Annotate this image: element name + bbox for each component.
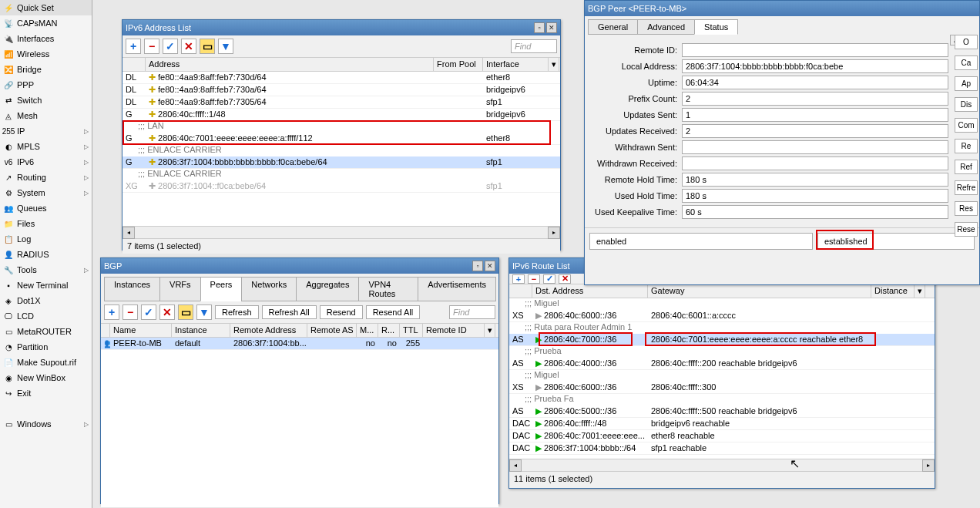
col-dropdown[interactable]: ▾ <box>549 58 559 71</box>
disable-button[interactable]: ✕ <box>159 304 175 320</box>
side-button-1[interactable]: Ca <box>955 56 978 70</box>
add-button[interactable]: + <box>104 304 119 320</box>
sidebar-item-quick-set[interactable]: ⚡Quick Set <box>0 0 92 15</box>
table-row[interactable]: XS▶ 2806:40c:6000::/362806:40c:ffff::300 <box>509 382 935 394</box>
uptime-field[interactable]: 06:04:34 <box>682 76 948 89</box>
search-input[interactable]: Find <box>449 305 495 319</box>
add-button[interactable]: + <box>126 39 141 54</box>
sidebar-item-capsman[interactable]: 📡CAPsMAN <box>0 15 92 31</box>
col-from-pool[interactable]: From Pool <box>434 58 483 71</box>
side-button-0[interactable]: O <box>955 35 978 49</box>
side-button-8[interactable]: Res <box>955 201 978 216</box>
col-m[interactable]: M... <box>357 324 378 337</box>
prefix-count-field[interactable]: 2 <box>682 92 948 106</box>
table-row[interactable]: XG✚ 2806:3f7:1004::f0ca:bebe/64sfp1 <box>123 180 560 193</box>
tab-vrfs[interactable]: VRFs <box>159 277 201 301</box>
sidebar-item-tools[interactable]: 🔧Tools▷ <box>0 262 92 278</box>
remove-button[interactable]: − <box>528 274 540 284</box>
scroll-right-icon[interactable]: ▸ <box>548 227 560 239</box>
comment-row[interactable]: ;;; ENLACE CARRIER <box>123 145 560 156</box>
col-remote-address[interactable]: Remote Address <box>230 324 307 337</box>
enable-button[interactable]: ✓ <box>141 304 156 320</box>
sidebar-item-switch[interactable]: ⇄Switch <box>0 93 92 108</box>
sidebar-item-lcd[interactable]: 🖵LCD <box>0 308 92 324</box>
sidebar-item-dot1x[interactable]: ◈Dot1X <box>0 293 92 308</box>
title-bar[interactable]: BGP ▫ ✕ <box>101 258 498 274</box>
remote-hold-time-field[interactable]: 180 s <box>682 173 948 187</box>
side-button-9[interactable]: Rese <box>955 222 978 237</box>
sidebar-item-mesh[interactable]: ◬Mesh <box>0 108 92 123</box>
sidebar-item-interfaces[interactable]: 🔌Interfaces <box>0 31 92 46</box>
sidebar-item-wireless[interactable]: 📶Wireless <box>0 46 92 62</box>
withdrawn-sent-field[interactable] <box>682 140 948 154</box>
horizontal-scrollbar[interactable]: ◂ ▸ <box>509 459 935 471</box>
table-row[interactable]: AS▶ 2806:40c:7000::/362806:40c:7001:eeee… <box>509 334 935 346</box>
comment-row[interactable]: ;;; Miguel <box>509 298 935 310</box>
grid-body[interactable]: DL✚ fe80::4aa9:8aff:feb7:730d/64ether8DL… <box>123 72 560 226</box>
used-keepalive-time-field[interactable]: 60 s <box>682 205 948 219</box>
filter-button[interactable]: ▼ <box>218 39 233 54</box>
col-ttl[interactable]: TTL <box>400 324 423 337</box>
table-row[interactable]: DL✚ fe80::4aa9:8aff:feb7:730a/64bridgeip… <box>123 84 560 96</box>
add-button[interactable]: + <box>512 274 525 284</box>
grid-body[interactable]: ;;; MiguelXS▶ 2806:40c:6000::/362806:40c… <box>509 298 935 459</box>
comment-button[interactable]: ▭ <box>178 304 193 320</box>
tab-vpn4 routes[interactable]: VPN4 Routes <box>358 277 418 301</box>
sidebar-item-routing[interactable]: ↗Routing▷ <box>0 170 92 185</box>
refresh-button[interactable]: Refresh <box>215 305 259 319</box>
tab-general[interactable]: General <box>588 19 638 35</box>
local-address-field[interactable]: 2806:3f7:1004:bbbb:bbbb:bbbb:f0ca:bebe <box>682 59 948 73</box>
col-name[interactable]: Name <box>110 324 172 337</box>
sidebar-item-new-terminal[interactable]: ▪New Terminal <box>0 278 92 293</box>
sidebar-item-ip[interactable]: 255IP▷ <box>0 123 92 139</box>
table-row[interactable]: 👥PEER-to-MBdefault2806:3f7:1004:bb...non… <box>101 338 498 350</box>
col-gateway[interactable]: Gateway <box>648 284 871 298</box>
tab-peers[interactable]: Peers <box>200 277 243 301</box>
sidebar-item-ipv6[interactable]: v6IPv6▷ <box>0 154 92 170</box>
tab-instances[interactable]: Instances <box>104 277 160 301</box>
col-interface[interactable]: Interface <box>483 58 549 71</box>
comment-row[interactable]: ;;; LAN <box>123 121 560 133</box>
scroll-left-icon[interactable]: ◂ <box>123 227 135 239</box>
sidebar-item-exit[interactable]: ↪Exit <box>0 385 92 401</box>
comment-button[interactable]: ▭ <box>200 39 215 54</box>
sidebar-item-bridge[interactable]: 🔀Bridge <box>0 62 92 77</box>
minimize-button[interactable]: ▫ <box>472 261 483 271</box>
side-button-5[interactable]: Re <box>955 139 978 153</box>
col-remote-as[interactable]: Remote AS <box>307 324 357 337</box>
tab-advertisements[interactable]: Advertisements <box>418 277 496 301</box>
comment-row[interactable]: ;;; Prueba Fa <box>509 394 935 405</box>
sidebar-item-radius[interactable]: 👤RADIUS <box>0 247 92 262</box>
col-distance[interactable]: Distance <box>871 284 915 298</box>
title-bar[interactable]: IPv6 Address List ▫ ✕ <box>123 20 560 35</box>
table-row[interactable]: DAC▶ 2806:40c:7001:eeee:eee...ether8 rea… <box>509 430 935 442</box>
tab-advanced[interactable]: Advanced <box>637 19 695 35</box>
sidebar-item-files[interactable]: 📁Files <box>0 216 92 231</box>
resend-button[interactable]: Resend <box>320 305 363 319</box>
remove-button[interactable]: − <box>123 304 138 320</box>
side-button-4[interactable]: Com <box>955 118 978 133</box>
scroll-left-icon[interactable]: ◂ <box>509 459 522 472</box>
sidebar-item-mpls[interactable]: ◐MPLS▷ <box>0 139 92 154</box>
horizontal-scrollbar[interactable]: ◂ ▸ <box>123 226 560 238</box>
col-address[interactable]: Address <box>146 58 434 71</box>
table-row[interactable]: DAC▶ 2806:3f7:1004:bbbb::/64sfp1 reachab… <box>509 442 935 455</box>
enable-button[interactable]: ✓ <box>543 274 555 284</box>
table-row[interactable]: DL✚ fe80::4aa9:8aff:feb7:7305/64sfp1 <box>123 96 560 109</box>
side-button-3[interactable]: Dis <box>955 97 978 112</box>
used-hold-time-field[interactable]: 180 s <box>682 189 948 203</box>
remote-id-field[interactable] <box>682 43 948 57</box>
sidebar-item-partition[interactable]: ◔Partition <box>0 339 92 355</box>
table-row[interactable]: AS▶ 2806:40c:4000::/362806:40c:ffff::200… <box>509 358 935 370</box>
tab-networks[interactable]: Networks <box>241 277 297 301</box>
side-button-6[interactable]: Ref <box>955 160 978 174</box>
disable-button[interactable]: ✕ <box>181 39 196 54</box>
sidebar-item-metarouter[interactable]: ▭MetaROUTER <box>0 324 92 339</box>
side-button-7[interactable]: Refre <box>955 180 978 195</box>
table-row[interactable]: G✚ 2806:3f7:1004:bbbb:bbbb:bbbb:f0ca:beb… <box>123 156 560 169</box>
comment-row[interactable]: ;;; Miguel <box>509 370 935 382</box>
col-flag[interactable] <box>123 58 146 71</box>
close-button[interactable]: ✕ <box>485 261 495 271</box>
side-button-2[interactable]: Ap <box>955 76 978 91</box>
sidebar-item-system[interactable]: ⚙System▷ <box>0 185 92 200</box>
